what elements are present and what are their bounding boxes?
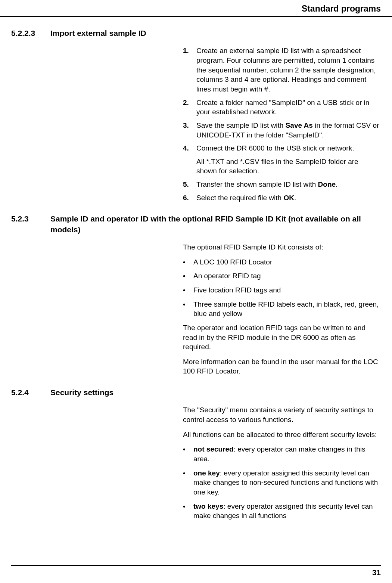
step-1: 1. Create an external sample ID list wit… [183, 46, 379, 94]
running-header: Standard programs [0, 0, 392, 17]
list-item: •Five location RFID tags and [183, 285, 379, 295]
intro-text: The optional RFID Sample ID Kit consists… [183, 242, 379, 252]
step-subtext: All *.TXT and *.CSV files in the SampleI… [196, 157, 379, 176]
heading-5-2-3: 5.2.3 Sample ID and operator ID with the… [11, 214, 381, 235]
bullet-icon: • [183, 271, 193, 281]
list-text: A LOC 100 RFID Locator [193, 257, 272, 267]
heading-number: 5.2.3 [11, 214, 50, 235]
heading-number: 5.2.2.3 [11, 28, 50, 38]
step-number: 3. [183, 121, 196, 140]
paragraph: More information can be found in the use… [183, 357, 379, 376]
heading-number: 5.2.4 [11, 387, 50, 398]
step-text: Create a folder named "SampleID" on a US… [196, 98, 379, 117]
heading-5-2-2-3: 5.2.2.3 Import external sample ID [11, 28, 381, 38]
section-body: 1. Create an external sample ID list wit… [183, 46, 379, 202]
step-text: Transfer the shown sample ID list with D… [196, 180, 379, 189]
step-number: 6. [183, 193, 196, 203]
paragraph: The "Security" menu contains a variety o… [183, 405, 379, 424]
step-number: 2. [183, 98, 196, 117]
step-text: Connect the DR 6000 to the USB stick or … [196, 143, 379, 176]
step-number: 1. [183, 46, 196, 94]
step-5: 5. Transfer the shown sample ID list wit… [183, 180, 379, 189]
list-text: two keys: every operator assigned this s… [193, 502, 379, 521]
page-number: 31 [372, 568, 381, 577]
section-body: The optional RFID Sample ID Kit consists… [183, 242, 379, 376]
heading-5-2-4: 5.2.4 Security settings [11, 387, 381, 398]
paragraph: All functions can be allocated to three … [183, 430, 379, 440]
step-text: Create an external sample ID list with a… [196, 46, 379, 94]
heading-text: Sample ID and operator ID with the optio… [50, 214, 381, 235]
list-text: Three sample bottle RFID labels each, in… [193, 300, 379, 319]
bullet-icon: • [183, 257, 193, 267]
list-item: •two keys: every operator assigned this … [183, 502, 379, 521]
bullet-icon: • [183, 444, 193, 463]
step-text: Save the sample ID list with Save As in … [196, 121, 379, 140]
step-6: 6. Select the required file with OK. [183, 193, 379, 203]
step-4: 4. Connect the DR 6000 to the USB stick … [183, 143, 379, 176]
step-text: Select the required file with OK. [196, 193, 379, 203]
page-content: 5.2.2.3 Import external sample ID 1. Cre… [0, 17, 392, 521]
bullet-icon: • [183, 285, 193, 295]
list-text: An operator RFID tag [193, 271, 261, 281]
bullet-list: •not secured: every operator can make ch… [183, 444, 379, 520]
list-item: •not secured: every operator can make ch… [183, 444, 379, 463]
list-item: •one key: every operator assigned this s… [183, 468, 379, 497]
list-item: •An operator RFID tag [183, 271, 379, 281]
bullet-list: •A LOC 100 RFID Locator •An operator RFI… [183, 257, 379, 319]
ordered-steps: 1. Create an external sample ID list wit… [183, 46, 379, 202]
heading-text: Security settings [50, 387, 381, 398]
bullet-icon: • [183, 502, 193, 521]
header-title: Standard programs [302, 4, 381, 13]
list-item: •A LOC 100 RFID Locator [183, 257, 379, 267]
list-text: not secured: every operator can make cha… [193, 444, 379, 463]
paragraph: The operator and location RFID tags can … [183, 323, 379, 352]
bullet-icon: • [183, 300, 193, 319]
page-footer: 31 [11, 565, 381, 578]
bullet-icon: • [183, 468, 193, 497]
list-text: Five location RFID tags and [193, 285, 281, 295]
step-number: 5. [183, 180, 196, 189]
section-body: The "Security" menu contains a variety o… [183, 405, 379, 520]
step-3: 3. Save the sample ID list with Save As … [183, 121, 379, 140]
heading-text: Import external sample ID [50, 28, 381, 38]
step-2: 2. Create a folder named "SampleID" on a… [183, 98, 379, 117]
list-text: one key: every operator assigned this se… [193, 468, 379, 497]
list-item: •Three sample bottle RFID labels each, i… [183, 300, 379, 319]
step-number: 4. [183, 143, 196, 176]
